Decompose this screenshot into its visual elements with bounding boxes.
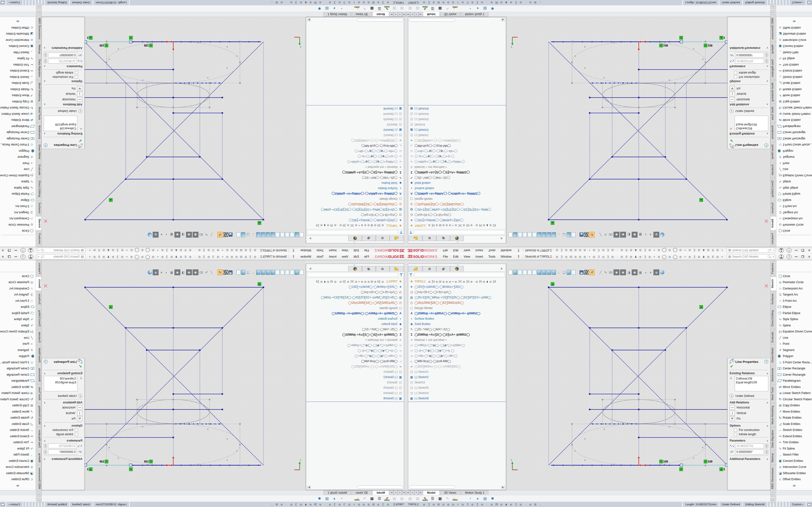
toolbar-icon[interactable]: ◎ bbox=[92, 249, 96, 252]
sketch-tool-item[interactable]: ╱ Line bbox=[0, 335, 36, 341]
command-tab[interactable]: ⋮ bbox=[36, 498, 42, 503]
menu-item[interactable]: View bbox=[462, 248, 472, 253]
tree-row[interactable]: ◴ ◯25◎25Ν3Ʒ25◯◦◯52Ʒ3Ν52◎52◯ bbox=[409, 300, 506, 305]
toolbar-icon[interactable]: ◎ bbox=[140, 255, 144, 258]
view-toolbar-icon[interactable]: ◉ bbox=[193, 270, 198, 275]
sketch-tool-item[interactable]: ↻ Circular Sketch Pattern bbox=[776, 105, 812, 111]
existing-relations-header[interactable]: Existing Relations bbox=[57, 372, 83, 375]
tree-tab[interactable]: ⧉ bbox=[422, 266, 436, 271]
relation-list-item[interactable]: Equal length109 bbox=[736, 381, 767, 384]
sketch-tool-item[interactable]: ↦ Extend Entities bbox=[0, 68, 36, 74]
sketch-tool-item[interactable]: ↻ Circular Sketch Pattern bbox=[0, 105, 36, 111]
document-tab[interactable]: Motion Study 1 bbox=[323, 12, 351, 17]
tree-row[interactable]: ▱ ◯·◎+◯*◉[◯◦◯]◉*◯+◎·◯ bbox=[306, 154, 403, 159]
toolbar-icon[interactable]: ♟ bbox=[106, 249, 110, 252]
spinner[interactable]: ▲▼ bbox=[44, 53, 47, 57]
tree-row[interactable]: ≡ Material < not specified > bbox=[409, 164, 506, 170]
toolbar-icon[interactable]: ◎ bbox=[216, 249, 220, 252]
view-toolbar-icon[interactable]: 3D bbox=[199, 232, 203, 237]
command-tab[interactable]: Markup bbox=[36, 451, 42, 465]
sketch-tool-item[interactable]: ⇄ Mirror Entities bbox=[0, 384, 36, 390]
sketch-tool-item[interactable]: ∿ Style Spline bbox=[776, 185, 812, 191]
relation-list-item[interactable]: Collinear108 bbox=[45, 377, 76, 381]
command-tab[interactable]: Weldments bbox=[770, 365, 776, 384]
sketch-tool-item[interactable]: ▪ Point bbox=[0, 341, 36, 347]
toolbar-icon[interactable]: + bbox=[720, 255, 724, 258]
view-toolbar-icon[interactable]: ❏ bbox=[562, 232, 566, 237]
toolbar-icon[interactable]: ◎ bbox=[111, 249, 115, 252]
toolbar-icon[interactable]: Ʒ bbox=[165, 255, 169, 258]
view-toolbar-icon[interactable]: ↓ bbox=[251, 232, 255, 237]
sketch-tool-item[interactable]: Center Rectangle bbox=[0, 365, 36, 372]
tree-row[interactable]: ▢ Design Binder bbox=[409, 305, 506, 311]
sketch-tool-item[interactable]: ◪ Silhouette Entities bbox=[0, 31, 36, 37]
toolbar-icon[interactable]: ◎ bbox=[668, 255, 672, 258]
toolbar-icon[interactable]: Ʒ bbox=[115, 255, 120, 258]
menu-item[interactable]: Tools bbox=[314, 254, 326, 259]
tree-row[interactable]: ▦ (-) Sketch6 bbox=[306, 396, 403, 401]
help-icon[interactable]: ? bbox=[786, 248, 792, 253]
relation-badge[interactable]: ⊿ bbox=[699, 305, 703, 309]
toolbar-icon[interactable]: ◎ bbox=[235, 255, 239, 258]
sketch-tool-item[interactable]: ⇉ Linear Sketch Pattern bbox=[0, 111, 36, 117]
sketch-tool-item[interactable]: ◇ 3 Point Center Recta... bbox=[0, 359, 36, 365]
view-toolbar-icon[interactable]: ◉ bbox=[620, 270, 626, 275]
menu-item[interactable]: Window bbox=[499, 248, 514, 253]
close-button[interactable]: ✕ bbox=[808, 249, 811, 252]
view-toolbar-icon[interactable]: ◨ bbox=[627, 232, 631, 237]
menu-item[interactable]: Insert bbox=[473, 248, 485, 253]
tree-row[interactable]: ∟ ◯ΜΝ◦9ɔ◎◯◦◯◎ɔ9◦ΝΜ◯ bbox=[306, 358, 403, 364]
toolbar-icon[interactable]: + bbox=[220, 255, 224, 258]
sketch-tool-item[interactable]: Parallelogram bbox=[0, 378, 36, 384]
sketch-tool-item[interactable]: ◇ 3 Point Center Recta... bbox=[0, 142, 36, 148]
minimize-button[interactable] bbox=[795, 250, 798, 250]
filter-icon[interactable] bbox=[400, 231, 403, 234]
sketch-tool-item[interactable]: ◯ Circle bbox=[776, 228, 812, 234]
tree-row[interactable]: ▱ ◯·◎+◯*◉[◯◦◯]◉*◯+◎·◯ bbox=[409, 348, 506, 353]
panel-help-icon[interactable]: ? bbox=[764, 144, 768, 147]
relation-button[interactable]: Ψ bbox=[729, 86, 735, 91]
view-toolbar-icon[interactable] bbox=[552, 270, 556, 275]
layer-toolbar-icon[interactable]: ✎ bbox=[422, 496, 428, 501]
view-toolbar-icon[interactable] bbox=[537, 232, 541, 237]
status-tool-icon[interactable] bbox=[806, 0, 812, 5]
toolbar-icon[interactable]: ◎ bbox=[130, 249, 134, 252]
checkbox[interactable] bbox=[734, 75, 737, 79]
sketch-tool-item[interactable]: ∿ Spline bbox=[776, 322, 812, 329]
toolbar-icon[interactable]: ◎ bbox=[697, 255, 701, 258]
tab-nav-icon[interactable]: ⏴⏴ bbox=[406, 490, 410, 495]
tree-row[interactable]: ◗ Surface Bodies bbox=[306, 316, 403, 321]
toolbar-icon[interactable]: Ʒ bbox=[202, 249, 206, 252]
document-tab[interactable]: 3D Views bbox=[352, 490, 372, 495]
layer-toolbar-icon[interactable]: ☰ bbox=[430, 496, 435, 501]
tree-row[interactable]: ◆ Solid Bodies bbox=[409, 321, 506, 327]
sketch-tool-item[interactable]: Polygon bbox=[776, 148, 812, 154]
toolbar-icon[interactable]: Ƨ bbox=[184, 249, 188, 252]
parameter-input[interactable]: 10.88152731 bbox=[48, 59, 77, 63]
command-tab[interactable]: Weldments bbox=[770, 123, 776, 142]
relation-badge[interactable]: ⊿ bbox=[257, 282, 261, 286]
sketch-tool-item[interactable]: Ellipse bbox=[0, 197, 36, 203]
tree-row[interactable]: ▢ Design Binder bbox=[409, 196, 506, 202]
menu-item[interactable]: File bbox=[362, 248, 371, 253]
view-toolbar-icon[interactable] bbox=[523, 270, 527, 275]
layer-toolbar-icon[interactable]: ▤ bbox=[483, 496, 488, 501]
sketch-tool-item[interactable]: Center Rectangle bbox=[0, 135, 36, 142]
minimize-button[interactable] bbox=[14, 250, 17, 250]
tree-row[interactable]: ❖ TЯPDL2. ◎ Ʒ3 ◎ Ш ◎ ◎ ◎ + ◎ ƆC ◎ Ʒ3 ◎ ·… bbox=[409, 223, 506, 228]
view-toolbar-icon[interactable]: ◑ bbox=[164, 270, 169, 275]
toolbar-icon[interactable]: Ɔ bbox=[211, 249, 215, 252]
tree-tab[interactable]: ⊕ bbox=[436, 266, 450, 271]
tree-row[interactable]: Σ ◯25ΜΝ◎◦+Α∪Ʒ3◯◦◯3Ʒ∪Α+◦◎ΝΜ52◯ bbox=[306, 332, 403, 337]
toolbar-icon[interactable]: ◎ bbox=[592, 249, 596, 252]
toolbar-icon[interactable]: · bbox=[193, 255, 197, 258]
tree-row[interactable]: ◳ (-) Sketch1 bbox=[306, 369, 403, 375]
tree-tab[interactable]: ⊕ bbox=[436, 236, 450, 241]
sketch-tool-item[interactable]: ≎ Intersection Curve bbox=[776, 464, 812, 470]
toolbar-icon[interactable]: + bbox=[220, 249, 224, 252]
toolbar-icon[interactable]: ◎ bbox=[253, 249, 257, 252]
toolbar-icon[interactable]: ◎ bbox=[244, 255, 248, 258]
chevron-right-icon[interactable]: > bbox=[310, 267, 311, 270]
toolbar-icon[interactable]: Ʒ bbox=[606, 249, 610, 252]
toolbar-icon[interactable]: Ʒ bbox=[559, 249, 564, 252]
